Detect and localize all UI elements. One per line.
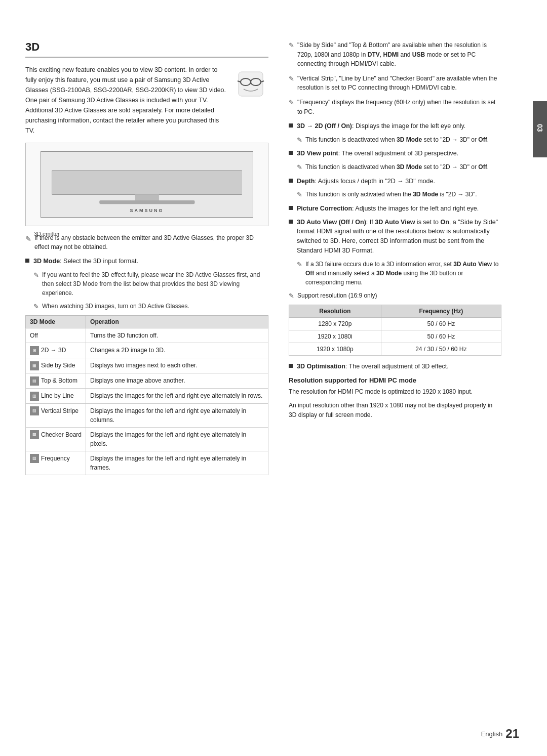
table-cell-mode: ▤Top & Bottom — [26, 373, 86, 388]
desc-3d-2d: : Displays the image for the left eye on… — [352, 122, 465, 130]
label-picture: Picture Correction — [297, 205, 352, 212]
sq-icon-3 — [289, 179, 293, 183]
sub-pencil-icon-2: ✎ — [33, 302, 39, 312]
svg-rect-6 — [52, 171, 243, 194]
right-note-2: ✎ "Vertical Strip", "Line by Line" and "… — [289, 74, 501, 93]
freq-cell-res: 1920 x 1080i — [289, 330, 381, 343]
mode-bullet-content: 3D Mode: Select the 3D input format. — [33, 257, 138, 266]
table-cell-mode: ▨Frequency — [26, 451, 86, 475]
right-note-3: ✎ "Frequency" displays the frequency (60… — [289, 98, 501, 116]
mode-bullet: 3D Mode: Select the 3D input format. — [25, 257, 268, 266]
label-viewpoint: 3D View point — [297, 150, 338, 157]
sub-autoview: ✎ If a 3D failure occurs due to a 3D inf… — [297, 260, 501, 287]
sub-3d-2d-text: This function is deactivated when 3D Mod… — [305, 135, 489, 144]
table-cell-mode: ▧Vertical Stripe — [26, 403, 86, 427]
sq-icon-5 — [289, 220, 293, 224]
table-header-mode: 3D Mode — [26, 316, 86, 328]
right-note-text-3: "Frequency" displays the frequency (60Hz… — [297, 98, 501, 116]
obstacle-note: ✎ If there is any obstacle between the e… — [25, 233, 268, 251]
mode-table: 3D Mode Operation OffTurns the 3D functi… — [25, 315, 268, 475]
chapter-number: 03 — [536, 124, 544, 132]
table-cell-op: Displays the images for the left and rig… — [86, 427, 268, 451]
mode-row-icon: ⊞ — [30, 346, 39, 355]
freq-col2: Frequency (Hz) — [381, 305, 501, 318]
hdmi-title: Resolution supported for HDMI PC mode — [289, 376, 501, 384]
label-optimisation: 3D Optimisation — [297, 363, 345, 370]
bullet-viewpoint: 3D View point: The overall adjustment of… — [289, 149, 501, 158]
page-label: English — [481, 730, 503, 738]
bullet-picture-content: Picture Correction: Adjusts the images f… — [297, 204, 479, 214]
mode-label: 3D Mode — [33, 258, 60, 265]
bullet-depth-content: Depth: Adjusts focus / depth in "2D → 3D… — [297, 177, 435, 186]
right-pencil-icon-1: ✎ — [289, 40, 294, 51]
support-note-text: Support resolution (16:9 only) — [297, 291, 377, 300]
page-number: 21 — [505, 727, 519, 741]
mode-row-icon: ▦ — [30, 361, 39, 370]
freq-col1: Resolution — [289, 305, 381, 318]
section-title: 3D — [25, 40, 268, 58]
table-cell-mode: Off — [26, 328, 86, 343]
hdmi-para2: An input resolution other than 1920 x 10… — [289, 401, 501, 420]
table-header-op: Operation — [86, 316, 268, 328]
freq-cell-freq: 50 / 60 Hz — [381, 330, 501, 343]
table-cell-op: Turns the 3D function off. — [86, 328, 268, 343]
desc-optimisation: : The overall adjustment of 3D effect. — [345, 363, 449, 370]
tv-screen: SAMSUNG — [41, 151, 254, 217]
table-cell-mode: ▥Line by Line — [26, 388, 86, 403]
bullet-optimisation-content: 3D Optimisation: The overall adjustment … — [297, 362, 449, 371]
bullet-3d-2d-content: 3D → 2D (Off / On): Displays the image f… — [297, 121, 465, 131]
freq-cell-freq: 24 / 30 / 50 / 60 Hz — [381, 343, 501, 356]
glasses-icon — [233, 65, 268, 136]
sub-depth-text: This function is only activated when the… — [305, 190, 477, 199]
mode-colon: : — [60, 258, 63, 265]
right-note-text-1: "Side by Side" and "Top & Bottom" are av… — [297, 40, 501, 69]
label-depth: Depth — [297, 178, 315, 185]
mode-row-icon: ▨ — [30, 454, 39, 463]
sq-icon-opt — [289, 364, 293, 368]
label-3d-2d: 3D → 2D (Off / On) — [297, 122, 352, 130]
bullet-autoview-content: 3D Auto View (Off / On): If 3D Auto View… — [297, 218, 501, 256]
sub-pencil-3d-2d: ✎ — [297, 135, 302, 145]
sub-note-text-1: If you want to feel the 3D effect fully,… — [42, 270, 268, 298]
mode-row-icon: ▥ — [30, 392, 39, 401]
bullet-optimisation: 3D Optimisation: The overall adjustment … — [289, 362, 501, 371]
mode-row-icon: ▤ — [30, 376, 39, 386]
sub-viewpoint-text: This function is deactivated when 3D Mod… — [305, 162, 489, 172]
sub-note-text-2: When watching 3D images, turn on 3D Acti… — [42, 302, 189, 311]
sub-pencil-depth: ✎ — [297, 190, 302, 200]
bullet-square-icon — [25, 259, 29, 263]
sub-pencil-icon-1: ✎ — [33, 270, 39, 280]
table-cell-op: Displays the images for the left and rig… — [86, 451, 268, 475]
bullet-depth: Depth: Adjusts focus / depth in "2D → 3D… — [289, 177, 501, 186]
hdmi-section: Resolution supported for HDMI PC mode Th… — [289, 376, 501, 421]
svg-rect-7 — [135, 194, 159, 200]
table-cell-mode: ⊞2D → 3D — [26, 343, 86, 358]
left-column: 3D This exciting new feature enables you… — [25, 40, 268, 716]
sub-depth: ✎ This function is only activated when t… — [297, 190, 501, 200]
freq-cell-res: 1920 x 1080p — [289, 343, 381, 356]
freq-cell-freq: 50 / 60 Hz — [381, 318, 501, 330]
chapter-label: Basic Features — [528, 107, 534, 151]
mode-row-icon: ▩ — [30, 430, 39, 439]
hdmi-para1: The resolution for HDMI PC mode is optim… — [289, 387, 501, 397]
sq-icon-2 — [289, 151, 293, 155]
table-cell-op: Displays one image above another. — [86, 373, 268, 388]
intro-block: This exciting new feature enables you to… — [25, 65, 268, 136]
bullet-3d-2d: 3D → 2D (Off / On): Displays the image f… — [289, 121, 501, 131]
sub-pencil-autoview: ✎ — [297, 260, 302, 270]
right-pencil-icon-3: ✎ — [289, 98, 294, 108]
right-pencil-icon-2: ✎ — [289, 74, 294, 84]
side-tab: 03 Basic Features — [533, 101, 547, 157]
table-cell-op: Displays two images next to each other. — [86, 358, 268, 373]
label-autoview: 3D Auto View (Off / On) — [297, 219, 366, 226]
support-note: ✎ Support resolution (16:9 only) — [289, 291, 501, 301]
sub-note-2: ✎ When watching 3D images, turn on 3D Ac… — [33, 302, 268, 312]
desc-depth: : Adjusts focus / depth in "2D → 3D" mod… — [315, 178, 435, 185]
right-note-text-2: "Vertical Strip", "Line by Line" and "Ch… — [297, 74, 501, 93]
table-cell-mode: ▦Side by Side — [26, 358, 86, 373]
sub-viewpoint: ✎ This function is deactivated when 3D M… — [297, 162, 501, 173]
bullet-picture: Picture Correction: Adjusts the images f… — [289, 204, 501, 214]
sq-icon-1 — [289, 123, 293, 128]
mode-row-icon: ▧ — [30, 406, 39, 415]
table-cell-mode: ▩Checker Board — [26, 427, 86, 451]
